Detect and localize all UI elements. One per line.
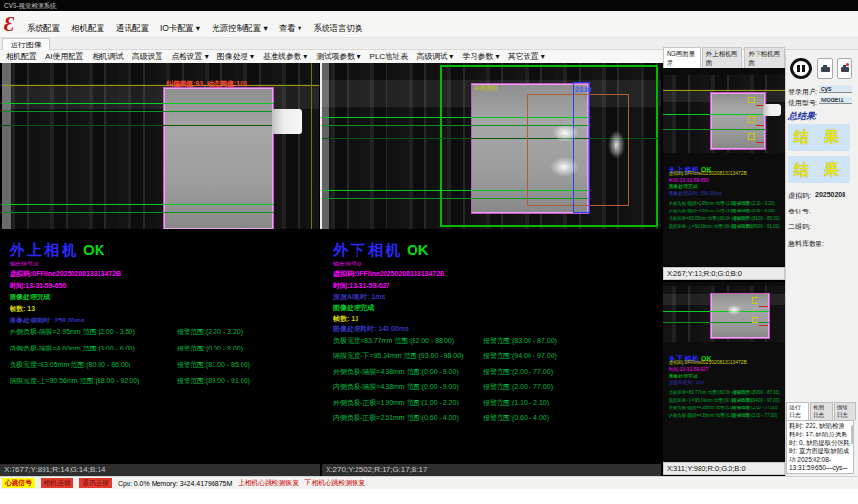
ai-box-label: AI检测框 (474, 84, 498, 93)
measure-text: 内侧负极-隔膜=4.38mm 范围:(0.00 - 9.00) (333, 383, 459, 390)
measurement-row: 内侧负极-正极=2.61mm 范围:(0.60 - 4.00) 报警范围:(0.… (333, 413, 459, 423)
ai-mark (748, 133, 755, 140)
app-window: CVS-视觉检测系统 ─ ❐ ✕ Ɛ 系统配置 相机配置 通讯配置 IO卡配置 … (0, 0, 858, 504)
ai-mark (748, 97, 755, 103)
ai-measure-blue-rect (573, 82, 590, 213)
mini-measure-row: 外侧负极-隔膜=4.38mm 范围:(0.00 - 9.00)报警范围:(2.0… (669, 406, 749, 410)
app-title: CVS-视觉检测系统 (4, 2, 57, 9)
lower-ai-time: 深度AI耗时: 1ms (333, 293, 385, 302)
upper-heartbeat-msg: 上相机心跳检测恢复 (238, 478, 299, 488)
alarm-range: 报警范围:(81.00 - 85.00) (177, 360, 250, 370)
tool-camera-debug[interactable]: 相机调试 (93, 51, 124, 62)
upper-camera-result-title: 外上相机OK (10, 241, 105, 260)
lower-camera-name: 外下相机 (333, 241, 403, 258)
camera-icon (841, 67, 849, 72)
comm-conn-badge: 通讯连接 (79, 478, 112, 488)
mini-upper-proc-time: 图像处理耗时: 258.00ms (669, 190, 722, 196)
measurement-row: 外侧负极-隔膜=4.38mm 范围:(0.00 - 9.00) 报警范围:(2.… (333, 367, 459, 377)
camera-tool-button[interactable] (817, 58, 833, 79)
measure-line (2, 204, 274, 205)
tool-ai-config[interactable]: AI使用配置 (45, 51, 84, 62)
tool-other-settings[interactable]: 其它设置 ▾ (508, 51, 545, 62)
measure-text: 隔膜宽度-下=95.24mm 范围:(93.00 - 98.00) (333, 352, 463, 359)
mini-view-upper[interactable]: 外上相机OK 虚拟码:0FFline2025020813313472B 时间:1… (663, 68, 785, 266)
measure-text: 隔膜宽度-上=90.56mm 范围:(88.00 - 92.00) (10, 378, 139, 384)
lower-heartbeat-msg: 下相机心跳检测恢复 (304, 478, 365, 488)
tool-plc-table[interactable]: PLC地址表 (370, 51, 409, 62)
menu-item-language[interactable]: 系统语言切换 (313, 23, 362, 35)
mini-measure-row: 隔膜宽度-下=95.24mm 范围:(93.00 - 98.00)报警范围:(9… (669, 398, 752, 403)
measurement-row: 负极宽度=83.05mm 范围:(80.00 - 86.00) 报警范围:(81… (10, 360, 130, 370)
result-box-1: 结 果 (788, 124, 850, 151)
menu-item-system-config[interactable]: 系统配置 (27, 23, 60, 35)
menu-item-light-config[interactable]: 光源控制配置 ▾ (212, 23, 268, 35)
upper-time: 时间:13-31-59-650 (10, 281, 66, 291)
tool-test-params[interactable]: 测试项参数 ▾ (316, 51, 360, 62)
mini-upper-pixel-statusline: X:267;Y:13;R:0;G:0;B:0 (663, 267, 785, 280)
measure-line (2, 111, 274, 112)
lower-process-done: 图像处理完成 (333, 303, 374, 313)
tab-run-image[interactable]: 运行图像 (2, 38, 50, 50)
mini-upper-time: 时间:13-31-59-650 (669, 177, 708, 182)
lower-camera-ok-badge: OK (407, 241, 429, 258)
lower-camera-result-title: 外下相机OK (333, 241, 429, 260)
measure-line (2, 103, 274, 104)
mini-lower-barcode: 虚拟码:0FFline2025020813313472B (669, 359, 747, 365)
tool-advanced-debug[interactable]: 高级调试 ▾ (416, 51, 453, 62)
record-dot-icon (846, 63, 849, 66)
mini-measure-row: 内侧负极-隔膜=4.60mm 范围:(3.00 - 6.00)报警范围:(0.0… (669, 209, 749, 213)
tool-advanced-settings[interactable]: 高级设置 (132, 51, 163, 62)
measurement-row: 内侧负极-隔膜=4.38mm 范围:(0.00 - 9.00) 报警范围:(2.… (333, 382, 459, 392)
measure-line (2, 125, 274, 126)
model-label: 使用型号: (788, 98, 817, 108)
menu-item-io-config[interactable]: IO卡配置 ▾ (160, 23, 200, 35)
yellow-edge-line (311, 63, 312, 229)
tape-clip (272, 109, 302, 134)
login-user-value[interactable]: cys (819, 85, 852, 93)
pause-button[interactable] (790, 58, 812, 79)
pause-icon (797, 65, 800, 72)
model-value[interactable]: Model1 (819, 97, 852, 104)
reflection-highlight (608, 130, 625, 159)
tool-baseline-params[interactable]: 基准线参数 ▾ (263, 51, 307, 62)
mini-view-lower[interactable]: 外下相机OK 虚拟码:0FFline2025020813313472B 时间:1… (663, 282, 785, 462)
threshold-overlay-text: 纠偏阀值:93, 动态阀值:100 (166, 79, 247, 89)
mini-image (663, 286, 785, 342)
lower-frame-count: 帧数: 13 (333, 314, 358, 323)
tab-error-log[interactable]: 报错日志 (834, 402, 856, 420)
menu-item-view[interactable]: 查看 ▾ (279, 23, 302, 35)
log-scrollbar[interactable] (851, 425, 854, 444)
tool-spot-check[interactable]: 点检设置 ▾ (172, 51, 209, 62)
measure-text: 外侧负极-隔膜=2.95mm 范围:(2.00 - 3.50) (10, 328, 135, 335)
tool-camera-config[interactable]: 相机配置 (6, 51, 37, 62)
lower-process-time: 图像处理耗时: 140.00ms (333, 324, 409, 334)
measurement-row: 内侧负极-隔膜=4.60mm 范围:(3.00 - 6.00) 报警范围:(0.… (10, 344, 135, 353)
log-text-area[interactable]: 耗时: 222, 缺陷检测耗时: 17, 缺陷分类耗时: 0, 缺陷提取分区耗时… (786, 420, 854, 474)
tab-run-log[interactable]: 运行日志 (786, 402, 809, 420)
title-bar: CVS-视觉检测系统 (0, 0, 858, 11)
total-result-label: 总结果: (788, 110, 817, 123)
tab-upper-camera-view[interactable]: 外上相机画面 (702, 47, 743, 68)
upper-camera-ok-badge: OK (83, 241, 105, 258)
heartbeat-badge: 心跳信号 (2, 478, 35, 488)
record-tool-button[interactable] (837, 58, 852, 79)
app-logo-icon: Ɛ (4, 13, 23, 36)
camera-view-lower[interactable]: AI检测框 23.80 (322, 63, 661, 229)
tab-ng-display[interactable]: NG画面显示 (663, 47, 701, 68)
camera-view-upper[interactable]: 纠偏阀值:93, 动态阀值:100 (2, 63, 319, 229)
menu-item-comm-config[interactable]: 通讯配置 (116, 23, 149, 35)
mini-measure-row: 隔膜宽度-上=90.56mm 范围:(88.00 - 92.00)报警范围:(8… (669, 224, 752, 229)
tool-learning-params[interactable]: 学习参数 ▾ (462, 51, 499, 62)
tool-image-process[interactable]: 图像处理 ▾ (217, 51, 254, 62)
mini-lower-done: 图像处理完成 (669, 373, 698, 378)
login-user-label: 登录用户: (788, 87, 817, 97)
battery-cell-region (164, 88, 273, 229)
virtual-code-label: 虚拟码: (788, 191, 811, 201)
tab-detect-log[interactable]: 检测日志 (810, 402, 832, 420)
menu-item-camera-config[interactable]: 相机配置 (72, 23, 104, 35)
upper-pixel-statusline: X:7677;Y:891;R:14;G:14;B:14 (0, 464, 320, 476)
camera-icon (821, 67, 830, 72)
measurement-row: 隔膜宽度-上=90.56mm 范围:(88.00 - 92.00) 报警范围:(… (10, 377, 139, 386)
tab-highlight (550, 157, 579, 177)
tab-lower-camera-view[interactable]: 外下相机画面 (744, 47, 785, 68)
